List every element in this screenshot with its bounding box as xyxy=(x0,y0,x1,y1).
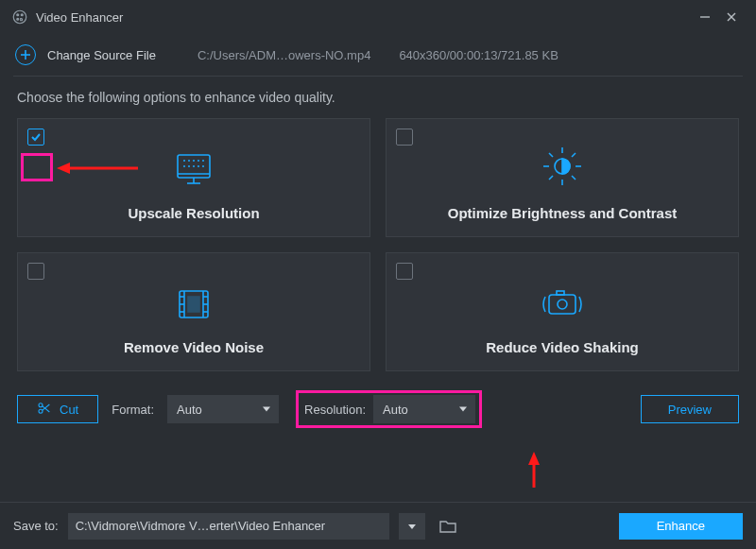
checkbox-brightness[interactable] xyxy=(396,129,413,146)
card-label: Upscale Resolution xyxy=(128,205,259,221)
minimize-button[interactable] xyxy=(692,4,718,30)
scissors-icon xyxy=(37,401,52,419)
annotation-arrow-icon xyxy=(524,452,543,489)
source-meta: 640x360/00:00:13/721.85 KB xyxy=(399,48,558,62)
card-optimize-brightness[interactable]: Optimize Brightness and Contrast xyxy=(386,118,739,237)
chevron-down-icon xyxy=(407,522,417,531)
svg-rect-33 xyxy=(188,297,199,312)
checkbox-noise[interactable] xyxy=(27,263,44,280)
svg-line-23 xyxy=(549,176,553,180)
window-title: Video Enhancer xyxy=(36,10,123,25)
card-upscale-resolution[interactable]: Upscale Resolution xyxy=(17,118,370,237)
svg-marker-43 xyxy=(263,407,270,412)
format-select[interactable]: Auto xyxy=(167,395,279,423)
svg-line-20 xyxy=(549,153,553,157)
annotation-highlight-resolution: Resolution: Auto xyxy=(296,390,482,428)
svg-point-1 xyxy=(17,14,19,16)
format-value: Auto xyxy=(177,403,202,417)
cut-label: Cut xyxy=(60,403,78,417)
card-reduce-shaking[interactable]: Reduce Video Shaking xyxy=(386,252,739,371)
source-toolbar: Change Source File C:/Users/ADM…owers-NO… xyxy=(0,34,756,76)
svg-point-3 xyxy=(17,18,19,20)
options-grid: Upscale Resolution Optimize Brightness a… xyxy=(0,118,756,371)
svg-rect-34 xyxy=(549,295,576,314)
saveto-path-field[interactable]: C:\Vidmore\Vidmore V…erter\Video Enhance… xyxy=(68,513,389,540)
add-source-button[interactable] xyxy=(15,44,36,65)
resolution-select[interactable]: Auto xyxy=(373,395,475,423)
svg-point-0 xyxy=(13,10,26,24)
chevron-down-icon xyxy=(458,403,468,417)
svg-line-21 xyxy=(572,176,576,180)
chevron-down-icon xyxy=(262,403,271,417)
enhance-label: Enhance xyxy=(657,519,705,533)
monitor-icon xyxy=(172,151,215,192)
close-button[interactable] xyxy=(718,4,745,30)
svg-marker-44 xyxy=(459,407,467,412)
svg-line-22 xyxy=(572,153,576,157)
source-path: C:/Users/ADM…owers-NO.mp4 xyxy=(198,48,370,62)
open-folder-button[interactable] xyxy=(435,513,461,540)
svg-marker-47 xyxy=(408,524,416,529)
svg-point-35 xyxy=(558,300,567,309)
palette-icon xyxy=(11,9,28,26)
divider xyxy=(13,76,743,77)
brightness-icon xyxy=(540,144,585,192)
cut-button[interactable]: Cut xyxy=(17,395,98,423)
card-label: Optimize Brightness and Contrast xyxy=(448,205,678,221)
saveto-label: Save to: xyxy=(13,519,59,533)
change-source-link[interactable]: Change Source File xyxy=(47,48,156,62)
checkbox-upscale[interactable] xyxy=(27,129,44,146)
saveto-path: C:\Vidmore\Vidmore V…erter\Video Enhance… xyxy=(76,519,325,533)
preview-button[interactable]: Preview xyxy=(641,395,739,423)
camera-shake-icon xyxy=(538,283,587,326)
resolution-label: Resolution: xyxy=(304,403,366,417)
card-label: Reduce Video Shaking xyxy=(486,339,638,355)
film-icon xyxy=(172,285,215,326)
saveto-dropdown-button[interactable] xyxy=(399,513,425,540)
preview-label: Preview xyxy=(668,403,712,417)
titlebar: Video Enhancer xyxy=(0,0,756,34)
instruction-text: Choose the following options to enhance … xyxy=(0,90,756,118)
controls-row: Cut Format: Auto Resolution: Auto Previe… xyxy=(0,371,756,428)
enhance-button[interactable]: Enhance xyxy=(619,513,743,540)
footer: Save to: C:\Vidmore\Vidmore V…erter\Vide… xyxy=(0,502,756,549)
svg-point-2 xyxy=(21,14,23,16)
svg-rect-36 xyxy=(557,291,564,295)
card-label: Remove Video Noise xyxy=(124,339,264,355)
svg-marker-46 xyxy=(528,452,540,465)
format-label: Format: xyxy=(112,403,154,417)
checkbox-shaking[interactable] xyxy=(396,263,413,280)
folder-icon xyxy=(439,519,456,534)
resolution-value: Auto xyxy=(383,403,408,417)
card-remove-noise[interactable]: Remove Video Noise xyxy=(17,252,370,371)
